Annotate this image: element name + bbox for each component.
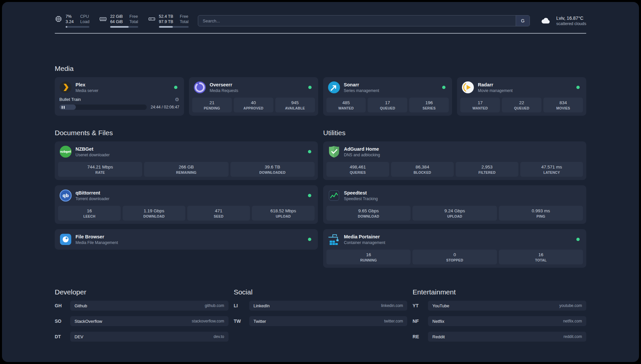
dashboard: 7% 3.24 CPU Load xyxy=(2,2,639,362)
bookmark-netflix[interactable]: NF Netflix netflix.com xyxy=(412,316,586,326)
card-title: Radarr xyxy=(478,82,573,87)
bookmark-domain: stackoverflow.com xyxy=(192,319,224,323)
card-sonarr[interactable]: Sonarr Series management 485 WANTED 17 Q… xyxy=(323,77,452,116)
weather-widget: Lviv, 16.87°C scattered clouds xyxy=(539,15,586,26)
stat-total: 16 TOTAL xyxy=(499,250,583,264)
memory-free-value: 22 GiB xyxy=(110,14,123,19)
plex-now-playing: Bullet Train ⚙ 24:44 / 02:06:47 xyxy=(58,97,181,110)
pause-icon[interactable] xyxy=(62,106,65,109)
now-playing-title: Bullet Train xyxy=(59,97,81,102)
card-subtitle: Container management xyxy=(344,240,573,245)
bookmark-abbr: LI xyxy=(234,303,249,308)
radarr-icon xyxy=(462,81,474,94)
stat-stopped: 0 STOPPED xyxy=(412,250,497,264)
cpu-load-value: 3.24 xyxy=(66,19,74,24)
stat-pending: 21 PENDING xyxy=(192,98,232,112)
disk-free-label: Free xyxy=(180,14,188,19)
card-filebrowser[interactable]: File Browser Media File Management xyxy=(55,229,318,250)
bookmark-stackoverflow[interactable]: SO StackOverflow stackoverflow.com xyxy=(55,316,229,326)
card-speedtest[interactable]: Speedtest Speedtest Tracking 9.65 Gbps D… xyxy=(323,185,586,224)
section-utilities: Utilities AdGuard Home DNS and adblockin… xyxy=(323,129,586,268)
memory-free-label: Free xyxy=(129,14,138,19)
card-overseerr[interactable]: Overseerr Media Requests 21 PENDING 40 A… xyxy=(189,77,318,116)
section-title-utilities: Utilities xyxy=(323,129,586,137)
disk-total-value: 97.9 TB xyxy=(159,19,173,24)
bookmark-domain: youtube.com xyxy=(559,303,582,308)
stat-wanted: 485 WANTED xyxy=(326,98,366,112)
stat-remaining: 266 GB REMAINING xyxy=(144,162,228,177)
sonarr-icon xyxy=(328,81,340,94)
svg-text:qb: qb xyxy=(62,193,69,198)
card-title: Sonarr xyxy=(344,82,439,87)
memory-total-label: Total xyxy=(129,19,138,24)
status-dot xyxy=(308,86,312,89)
overseerr-icon xyxy=(194,81,206,94)
stat-download: 1.19 Gbps DOWNLOAD xyxy=(123,206,185,221)
bookmark-abbr: SO xyxy=(55,318,70,324)
bookmark-reddit[interactable]: RE Reddit reddit.com xyxy=(412,332,586,342)
bookmark-domain: reddit.com xyxy=(564,334,582,339)
card-title: Media Portainer xyxy=(344,234,573,239)
disk-icon xyxy=(148,14,156,23)
bookmark-name: YouTube xyxy=(432,303,449,308)
stat-movies: 834 MOVIES xyxy=(543,98,583,112)
stat-upload: 9.24 Gbps UPLOAD xyxy=(412,206,497,221)
bookmark-abbr: TW xyxy=(234,318,249,324)
stat-wanted: 17 WANTED xyxy=(460,98,500,112)
stat-download: 9.65 Gbps DOWNLOAD xyxy=(326,206,411,221)
bookmark-domain: netflix.com xyxy=(563,319,582,323)
status-dot xyxy=(576,238,580,241)
bookmark-group-social: Social LI LinkedIn linkedin.com TW Twitt… xyxy=(234,288,408,342)
section-title-developer: Developer xyxy=(55,288,229,296)
cpu-progress-bar xyxy=(66,26,89,28)
stat-rate: 744.21 Mbps RATE xyxy=(58,162,142,177)
search-input[interactable] xyxy=(198,15,516,26)
memory-icon xyxy=(99,14,107,23)
svg-text:nzbget: nzbget xyxy=(60,150,71,153)
card-nzbget[interactable]: nzbget NZBGet Usenet downloader 744.21 M… xyxy=(55,141,318,180)
memory-total-value: 64 GiB xyxy=(110,19,123,24)
bookmark-domain: github.com xyxy=(205,303,224,308)
bookmark-twitter[interactable]: TW Twitter twitter.com xyxy=(234,316,408,326)
stat-queued: 22 QUEUED xyxy=(502,98,541,112)
card-title: Plex xyxy=(76,82,170,87)
bookmark-linkedin[interactable]: LI LinkedIn linkedin.com xyxy=(234,301,408,311)
gear-icon[interactable]: ⚙ xyxy=(175,97,179,102)
section-media: Media Plex Media server Bullet Train xyxy=(55,65,586,116)
bookmark-abbr: YT xyxy=(412,303,428,308)
stat-seed: 471 SEED xyxy=(187,206,250,221)
bookmark-dev[interactable]: DT DEV dev.to xyxy=(55,332,229,342)
stat-series: 196 SERIES xyxy=(409,98,449,112)
bookmark-abbr: DT xyxy=(55,334,70,339)
search-provider-button[interactable]: G xyxy=(516,15,530,26)
stat-filtered: 2,953 FILTERED xyxy=(456,162,518,177)
bookmark-youtube[interactable]: YT YouTube youtube.com xyxy=(412,301,586,311)
stat-upload: 618.52 Mbps UPLOAD xyxy=(252,206,315,221)
stat-queued: 17 QUEUED xyxy=(368,98,407,112)
card-plex[interactable]: Plex Media server Bullet Train ⚙ xyxy=(55,77,184,116)
adguard-icon xyxy=(328,145,340,158)
weather-condition: scattered clouds xyxy=(556,21,586,26)
bookmark-abbr: RE xyxy=(412,334,428,339)
section-title-documents: Documents & Files xyxy=(55,129,318,137)
card-portainer[interactable]: Media Portainer Container management 16 … xyxy=(323,229,586,268)
section-title-entertainment: Entertainment xyxy=(412,288,586,296)
search-bar: G xyxy=(198,15,530,26)
section-title-social: Social xyxy=(234,288,408,296)
stat-running: 16 RUNNING xyxy=(326,250,411,264)
playback-progress-bar[interactable] xyxy=(59,105,147,110)
section-documents: Documents & Files nzbget NZBGet Usenet d… xyxy=(55,129,318,250)
stat-approved: 40 APPROVED xyxy=(234,98,273,112)
card-adguard[interactable]: AdGuard Home DNS and adblocking 498,461 … xyxy=(323,141,586,180)
card-radarr[interactable]: Radarr Movie management 17 WANTED 22 QUE… xyxy=(457,77,586,116)
stat-leech: 16 LEECH xyxy=(58,206,121,221)
card-title: AdGuard Home xyxy=(344,146,582,152)
bookmark-name: Reddit xyxy=(432,334,445,339)
bookmark-github[interactable]: GH Github github.com xyxy=(55,301,229,311)
card-qbittorrent[interactable]: qb qBittorrent Torrent downloader 16 LEE… xyxy=(55,185,318,224)
card-title: NZBGet xyxy=(76,146,304,152)
memory-progress-bar xyxy=(110,26,138,28)
playback-time: 24:44 / 02:06:47 xyxy=(151,105,179,109)
section-title-media: Media xyxy=(55,65,586,73)
card-title: File Browser xyxy=(76,234,304,239)
